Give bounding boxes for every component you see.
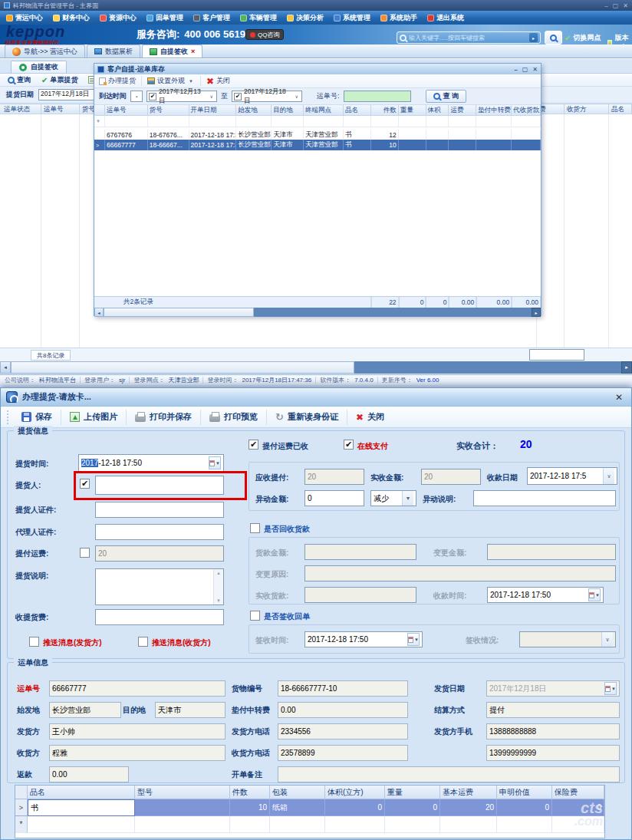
scrollbar-thumb[interactable]	[11, 361, 354, 374]
minimize-icon[interactable]: –	[514, 66, 517, 73]
menu-item-vehicles[interactable]: 车辆管理	[240, 13, 277, 23]
col-header[interactable]: 重量	[385, 786, 440, 799]
col-header[interactable]: 件数	[371, 105, 399, 115]
agent-id-input[interactable]	[95, 524, 224, 540]
cell-name[interactable]: 书	[28, 799, 135, 816]
origin-input[interactable]: 长沙营业部	[49, 702, 121, 718]
footer-input[interactable]	[529, 349, 584, 361]
page-tab-self-pickup[interactable]: 自提签收	[11, 61, 67, 73]
date-from-picker[interactable]: ✔ 2017年12月13日 ∨	[146, 91, 217, 102]
close-dialog-button[interactable]: ✖关闭	[347, 411, 393, 423]
push-sender-checkbox[interactable]	[29, 637, 39, 647]
textarea-scrollbar[interactable]: ▲ ▼	[213, 569, 223, 604]
menu-item-analysis[interactable]: 决策分析	[287, 13, 324, 23]
col-header[interactable]: 型号	[135, 786, 230, 799]
col-header[interactable]: 货号	[148, 105, 189, 115]
col-header[interactable]: 品名	[28, 786, 135, 799]
query-button[interactable]: 查 询	[426, 90, 467, 103]
search-input[interactable]	[409, 35, 527, 41]
menu-item-operations[interactable]: 营运中心	[6, 13, 43, 23]
menu-item-assistant[interactable]: 系统助手	[380, 13, 417, 23]
col-header[interactable]: 运费	[449, 105, 476, 115]
col-header[interactable]: 基本运费	[440, 786, 497, 799]
recover-goods-checkbox[interactable]	[250, 523, 260, 533]
menu-item-finance[interactable]: 财务中心	[53, 13, 90, 23]
menu-item-receipts[interactable]: 回单管理	[146, 13, 183, 23]
push-receiver-checkbox[interactable]	[138, 637, 148, 647]
col-header[interactable]: 始发地	[236, 105, 272, 115]
online-pay-checkbox[interactable]: ✔	[344, 440, 354, 450]
col-header[interactable]: 体积	[426, 105, 449, 115]
change-direction-select[interactable]: 减少 ▼	[370, 490, 416, 506]
sender-tel-input[interactable]: 2334556	[278, 723, 408, 740]
receiver-input[interactable]: 程雅	[49, 745, 225, 761]
tab-data-panel[interactable]: 数据展析	[87, 44, 140, 58]
tab-self-pickup-sign[interactable]: 自提签收 ×	[142, 44, 202, 58]
col-header[interactable]: 申明价值	[497, 786, 552, 799]
horizontal-scrollbar[interactable]: ◂ ▸	[0, 361, 632, 374]
receiver-tel-input[interactable]: 23578899	[278, 745, 408, 761]
col-header[interactable]: 终端网点	[304, 105, 344, 115]
chevron-down-icon[interactable]: ▼	[402, 491, 413, 506]
single-pickup-button[interactable]: ✔单票提货	[41, 75, 77, 85]
reread-id-button[interactable]: ↻重新读身份证	[267, 411, 347, 423]
sender-mobile-input[interactable]: 13888888888	[486, 723, 620, 740]
upload-image-button[interactable]: 上传图片	[61, 411, 126, 423]
minimize-icon[interactable]: –	[604, 2, 607, 9]
col-header[interactable]: 代收货款	[512, 105, 541, 115]
scrollbar-track[interactable]	[254, 308, 532, 317]
chevron-down-icon[interactable]: ∨	[294, 94, 300, 99]
scrollbar-thumb[interactable]	[104, 308, 254, 317]
chevron-down-icon[interactable]: ∨	[603, 468, 614, 484]
col-goods-name[interactable]: 品名	[609, 104, 632, 114]
scroll-left-icon[interactable]: ◂	[94, 308, 104, 317]
scroll-down-icon[interactable]: ▼	[216, 598, 221, 603]
handle-pickup-button[interactable]: 办理提货	[99, 76, 136, 86]
menu-item-resources[interactable]: 资源中心	[100, 13, 137, 23]
pay-freight-checkbox[interactable]	[80, 548, 90, 558]
waybill-row-selected[interactable]: > 66667777 18-66667... 2017-12-18 17:47.…	[94, 140, 541, 150]
inner-grid-filter-row[interactable]: ▼	[94, 116, 541, 127]
checkbox-checked[interactable]: ✔	[149, 93, 156, 100]
scroll-right-icon[interactable]: ▸	[621, 361, 632, 374]
tab-close-icon[interactable]: ×	[191, 48, 195, 55]
qq-consult-button[interactable]: QQ咨询	[245, 29, 284, 40]
field-selector[interactable]: ▪	[130, 91, 143, 102]
ship-date-input[interactable]: 2017年12月18日 ▼	[486, 680, 620, 697]
person-id-input[interactable]	[95, 502, 224, 518]
col-receiver[interactable]: 收货方	[565, 104, 609, 114]
datepicker-icon[interactable]: ▼	[604, 682, 617, 695]
scroll-right-icon[interactable]: ▸	[532, 308, 541, 317]
goods-no-input[interactable]: 18-66667777-10	[278, 680, 408, 697]
maximize-icon[interactable]: ▢	[613, 2, 619, 9]
waybill-no-input[interactable]	[344, 91, 411, 102]
change-note-input[interactable]	[473, 490, 616, 506]
scrollbar-track[interactable]	[354, 361, 621, 374]
settle-input[interactable]: 提付	[486, 702, 620, 718]
waybill-no-input[interactable]: 66667777	[49, 680, 225, 697]
print-save-button[interactable]: 打印并保存	[127, 411, 200, 423]
col-header[interactable]: 体积(立方)	[325, 786, 385, 799]
col-header[interactable]: 开单日期	[189, 105, 237, 115]
menu-item-exit[interactable]: 退出系统	[427, 13, 464, 23]
close-window-button[interactable]: ✖关闭	[206, 76, 230, 86]
goods-row-selected[interactable]: > 书 10 纸箱 0 0 20 0 0	[15, 799, 604, 816]
date-to-picker[interactable]: ✔ 2017年12月18日 ∨	[232, 91, 302, 102]
scroll-left-icon[interactable]: ◂	[0, 361, 11, 374]
remark-input[interactable]	[278, 766, 620, 782]
receipt-date-combo[interactable]: 2017-12-18 17:5 ∨	[527, 467, 617, 485]
col-header[interactable]: 重量	[399, 105, 426, 115]
scroll-up-icon[interactable]: ▲	[216, 571, 221, 575]
col-header[interactable]: 包装	[270, 786, 325, 799]
col-header[interactable]: 保险费	[552, 786, 604, 799]
col-header[interactable]: 品名	[344, 105, 371, 115]
search-button[interactable]	[545, 31, 562, 44]
close-icon[interactable]: ✕	[623, 2, 628, 9]
print-preview-button[interactable]: 打印预览	[201, 411, 266, 423]
query-button[interactable]: 查询	[8, 75, 31, 85]
sign-time-input[interactable]: 2017-12-18 17:50 ▼	[304, 631, 423, 647]
inner-horizontal-scrollbar[interactable]: ◂ ▸	[94, 308, 541, 317]
appearance-button[interactable]: 设置外观▼	[147, 76, 195, 86]
receiver-mobile-input[interactable]: 13999999999	[486, 745, 620, 761]
sign-receipt-checkbox[interactable]	[250, 611, 260, 621]
